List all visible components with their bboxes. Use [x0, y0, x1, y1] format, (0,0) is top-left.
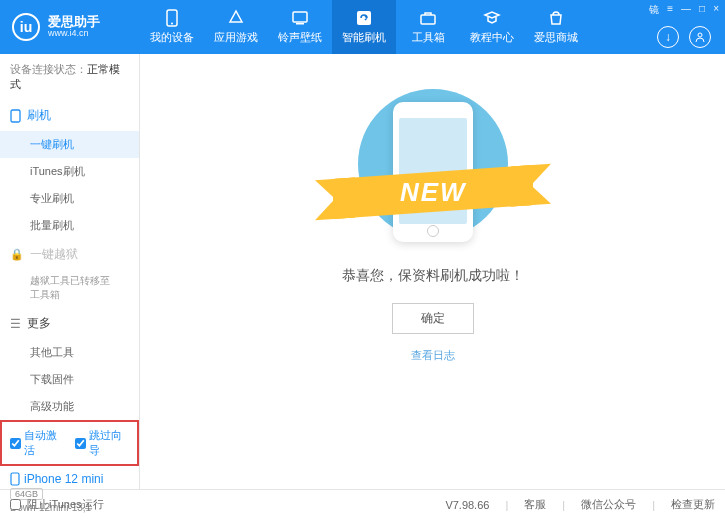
svg-point-6 [698, 33, 702, 37]
sidebar: 设备连接状态：正常模式 刷机 一键刷机 iTunes刷机 专业刷机 批量刷机 🔒… [0, 54, 140, 489]
sidebar-item-itunes-flash[interactable]: iTunes刷机 [0, 158, 139, 185]
nav-label: 智能刷机 [342, 30, 386, 45]
user-icon[interactable] [689, 26, 711, 48]
download-icon[interactable]: ↓ [657, 26, 679, 48]
skip-guide-input[interactable] [75, 438, 86, 449]
toolbox-icon [419, 9, 437, 27]
section-more[interactable]: ☰ 更多 [0, 308, 139, 339]
store-icon [547, 9, 565, 27]
svg-rect-5 [421, 15, 435, 24]
nav-label: 教程中心 [470, 30, 514, 45]
success-message: 恭喜您，保资料刷机成功啦！ [342, 267, 524, 285]
version-label: V7.98.66 [445, 499, 489, 511]
window-controls: 镜 ≡ — □ × [649, 3, 719, 17]
success-illustration: NEW [323, 84, 543, 249]
nav-ringtone[interactable]: 铃声壁纸 [268, 0, 332, 54]
sidebar-item-oneclick-flash[interactable]: 一键刷机 [0, 131, 139, 158]
nav-apps[interactable]: 应用游戏 [204, 0, 268, 54]
auto-activate-input[interactable] [10, 438, 21, 449]
ctrl-tools-icon[interactable]: 镜 [649, 3, 659, 17]
flash-options-box: 自动激活 跳过向导 [0, 420, 139, 466]
sidebar-item-batch-flash[interactable]: 批量刷机 [0, 212, 139, 239]
update-link[interactable]: 检查更新 [671, 497, 715, 512]
sidebar-item-other-tools[interactable]: 其他工具 [0, 339, 139, 366]
wechat-link[interactable]: 微信公众号 [581, 497, 636, 512]
status-label: 设备连接状态： [10, 63, 87, 75]
nav-store[interactable]: 爱思商城 [524, 0, 588, 54]
main-panel: NEW 恭喜您，保资料刷机成功啦！ 确定 查看日志 [140, 54, 725, 489]
logo-icon: iu [12, 13, 40, 41]
svg-rect-2 [293, 12, 307, 22]
block-itunes-label: 阻止iTunes运行 [27, 497, 104, 512]
nav-my-device[interactable]: 我的设备 [140, 0, 204, 54]
logo-area: iu 爱思助手 www.i4.cn [0, 13, 140, 41]
nav-label: 应用游戏 [214, 30, 258, 45]
check-label: 自动激活 [24, 428, 65, 458]
block-itunes-check[interactable] [10, 499, 21, 510]
svg-point-1 [171, 23, 173, 25]
nav-tutorial[interactable]: 教程中心 [460, 0, 524, 54]
nav-label: 爱思商城 [534, 30, 578, 45]
ctrl-menu-icon[interactable]: ≡ [667, 3, 673, 17]
ok-button[interactable]: 确定 [392, 303, 474, 334]
top-nav: 我的设备 应用游戏 铃声壁纸 智能刷机 工具箱 教程中心 爱思商城 [140, 0, 588, 54]
phone-icon [163, 9, 181, 27]
sidebar-item-pro-flash[interactable]: 专业刷机 [0, 185, 139, 212]
section-title: 更多 [27, 315, 51, 332]
phone-icon [10, 472, 20, 486]
section-title: 一键越狱 [30, 246, 78, 263]
svg-rect-7 [11, 110, 20, 122]
ribbon-text: NEW [399, 177, 466, 208]
nav-flash[interactable]: 智能刷机 [332, 0, 396, 54]
maximize-icon[interactable]: □ [699, 3, 705, 17]
phone-icon [10, 109, 21, 123]
close-icon[interactable]: × [713, 3, 719, 17]
svg-rect-3 [296, 23, 304, 25]
sidebar-item-download-fw[interactable]: 下载固件 [0, 366, 139, 393]
section-jailbreak: 🔒 一键越狱 [0, 239, 139, 270]
app-title: 爱思助手 [48, 15, 100, 29]
flash-icon [355, 9, 373, 27]
section-title: 刷机 [27, 107, 51, 124]
tutorial-icon [483, 9, 501, 27]
svg-rect-4 [357, 11, 371, 25]
apps-icon [227, 9, 245, 27]
app-url: www.i4.cn [48, 29, 100, 39]
support-link[interactable]: 客服 [524, 497, 546, 512]
nav-tools[interactable]: 工具箱 [396, 0, 460, 54]
nav-label: 铃声壁纸 [278, 30, 322, 45]
more-icon: ☰ [10, 317, 21, 331]
titlebar: iu 爱思助手 www.i4.cn 我的设备 应用游戏 铃声壁纸 智能刷机 工具… [0, 0, 725, 54]
minimize-icon[interactable]: — [681, 3, 691, 17]
connection-status: 设备连接状态：正常模式 [0, 54, 139, 100]
wallpaper-icon [291, 9, 309, 27]
svg-rect-8 [11, 473, 19, 485]
section-flash[interactable]: 刷机 [0, 100, 139, 131]
jailbreak-note: 越狱工具已转移至 工具箱 [0, 270, 139, 308]
view-log-link[interactable]: 查看日志 [411, 348, 455, 363]
header-badges: ↓ [657, 26, 711, 48]
nav-label: 工具箱 [412, 30, 445, 45]
device-name: iPhone 12 mini [10, 472, 129, 486]
nav-label: 我的设备 [150, 30, 194, 45]
sidebar-item-advanced[interactable]: 高级功能 [0, 393, 139, 420]
auto-activate-check[interactable]: 自动激活 [10, 428, 65, 458]
lock-icon: 🔒 [10, 248, 24, 261]
check-label: 跳过向导 [89, 428, 130, 458]
skip-guide-check[interactable]: 跳过向导 [75, 428, 130, 458]
